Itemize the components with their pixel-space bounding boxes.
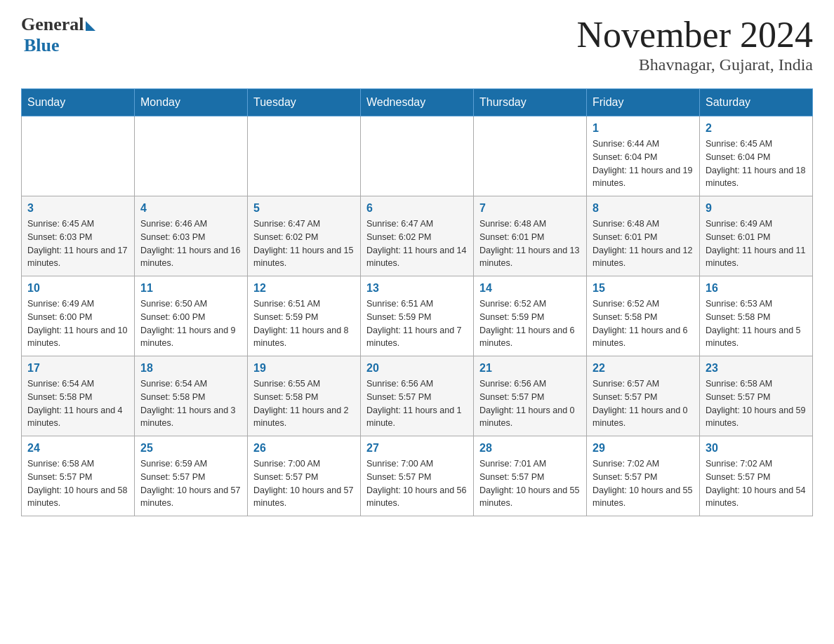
day-info: Sunrise: 6:50 AMSunset: 6:00 PMDaylight:…	[140, 297, 241, 350]
day-number: 13	[366, 282, 468, 295]
day-of-week-header: Thursday	[474, 89, 587, 116]
day-number: 18	[140, 362, 241, 375]
day-info: Sunrise: 6:56 AMSunset: 5:57 PMDaylight:…	[366, 377, 468, 430]
day-number: 4	[140, 202, 241, 215]
logo-general-text: General	[21, 14, 84, 35]
day-number: 11	[140, 282, 241, 295]
day-info: Sunrise: 6:58 AMSunset: 5:57 PMDaylight:…	[706, 377, 807, 430]
day-number: 2	[706, 122, 807, 135]
calendar-table: SundayMondayTuesdayWednesdayThursdayFrid…	[21, 88, 813, 516]
day-info: Sunrise: 6:53 AMSunset: 5:58 PMDaylight:…	[706, 297, 807, 350]
day-info: Sunrise: 6:58 AMSunset: 5:57 PMDaylight:…	[27, 457, 128, 510]
calendar-day-cell: 28Sunrise: 7:01 AMSunset: 5:57 PMDayligh…	[474, 436, 587, 516]
calendar-day-cell: 2Sunrise: 6:45 AMSunset: 6:04 PMDaylight…	[700, 116, 813, 196]
calendar-day-cell: 24Sunrise: 6:58 AMSunset: 5:57 PMDayligh…	[22, 436, 135, 516]
day-info: Sunrise: 6:45 AMSunset: 6:04 PMDaylight:…	[706, 137, 807, 190]
calendar-week-row: 17Sunrise: 6:54 AMSunset: 5:58 PMDayligh…	[22, 356, 813, 436]
calendar-day-cell: 19Sunrise: 6:55 AMSunset: 5:58 PMDayligh…	[248, 356, 361, 436]
calendar-day-cell: 27Sunrise: 7:00 AMSunset: 5:57 PMDayligh…	[361, 436, 474, 516]
day-number: 23	[706, 362, 807, 375]
day-info: Sunrise: 6:47 AMSunset: 6:02 PMDaylight:…	[366, 217, 468, 270]
day-info: Sunrise: 6:51 AMSunset: 5:59 PMDaylight:…	[366, 297, 468, 350]
day-info: Sunrise: 7:01 AMSunset: 5:57 PMDaylight:…	[479, 457, 581, 510]
calendar-day-cell: 4Sunrise: 6:46 AMSunset: 6:03 PMDaylight…	[135, 196, 248, 276]
day-of-week-header: Monday	[135, 89, 248, 116]
day-info: Sunrise: 7:02 AMSunset: 5:57 PMDaylight:…	[593, 457, 694, 510]
day-of-week-header: Wednesday	[361, 89, 474, 116]
calendar-day-cell: 9Sunrise: 6:49 AMSunset: 6:01 PMDaylight…	[700, 196, 813, 276]
calendar-day-cell: 11Sunrise: 6:50 AMSunset: 6:00 PMDayligh…	[135, 276, 248, 356]
day-number: 24	[27, 442, 128, 455]
calendar-day-cell: 14Sunrise: 6:52 AMSunset: 5:59 PMDayligh…	[474, 276, 587, 356]
day-number: 30	[706, 442, 807, 455]
day-number: 27	[366, 442, 468, 455]
calendar-day-cell: 10Sunrise: 6:49 AMSunset: 6:00 PMDayligh…	[22, 276, 135, 356]
calendar-day-cell: 7Sunrise: 6:48 AMSunset: 6:01 PMDaylight…	[474, 196, 587, 276]
day-number: 29	[593, 442, 694, 455]
day-number: 21	[479, 362, 581, 375]
day-info: Sunrise: 6:47 AMSunset: 6:02 PMDaylight:…	[253, 217, 355, 270]
day-number: 17	[27, 362, 128, 375]
calendar-day-cell: 3Sunrise: 6:45 AMSunset: 6:03 PMDaylight…	[22, 196, 135, 276]
day-of-week-header: Friday	[587, 89, 700, 116]
calendar-day-cell: 6Sunrise: 6:47 AMSunset: 6:02 PMDaylight…	[361, 196, 474, 276]
calendar-day-cell: 12Sunrise: 6:51 AMSunset: 5:59 PMDayligh…	[248, 276, 361, 356]
day-number: 19	[253, 362, 355, 375]
day-number: 3	[27, 202, 128, 215]
day-info: Sunrise: 6:52 AMSunset: 5:58 PMDaylight:…	[593, 297, 694, 350]
calendar-day-cell: 29Sunrise: 7:02 AMSunset: 5:57 PMDayligh…	[587, 436, 700, 516]
calendar-day-cell: 25Sunrise: 6:59 AMSunset: 5:57 PMDayligh…	[135, 436, 248, 516]
day-of-week-header: Saturday	[700, 89, 813, 116]
day-number: 14	[479, 282, 581, 295]
day-number: 6	[366, 202, 468, 215]
day-number: 7	[479, 202, 581, 215]
calendar-day-cell: 17Sunrise: 6:54 AMSunset: 5:58 PMDayligh…	[22, 356, 135, 436]
calendar-day-cell: 1Sunrise: 6:44 AMSunset: 6:04 PMDaylight…	[587, 116, 700, 196]
day-number: 10	[27, 282, 128, 295]
day-info: Sunrise: 6:54 AMSunset: 5:58 PMDaylight:…	[27, 377, 128, 430]
calendar-day-cell: 26Sunrise: 7:00 AMSunset: 5:57 PMDayligh…	[248, 436, 361, 516]
day-info: Sunrise: 6:46 AMSunset: 6:03 PMDaylight:…	[140, 217, 241, 270]
day-number: 16	[706, 282, 807, 295]
calendar-day-cell: 23Sunrise: 6:58 AMSunset: 5:57 PMDayligh…	[700, 356, 813, 436]
day-info: Sunrise: 6:59 AMSunset: 5:57 PMDaylight:…	[140, 457, 241, 510]
day-info: Sunrise: 6:48 AMSunset: 6:01 PMDaylight:…	[479, 217, 581, 270]
day-info: Sunrise: 6:49 AMSunset: 6:00 PMDaylight:…	[27, 297, 128, 350]
day-number: 22	[593, 362, 694, 375]
calendar-day-cell: 16Sunrise: 6:53 AMSunset: 5:58 PMDayligh…	[700, 276, 813, 356]
calendar-day-cell	[248, 116, 361, 196]
day-info: Sunrise: 6:52 AMSunset: 5:59 PMDaylight:…	[479, 297, 581, 350]
calendar-day-cell: 22Sunrise: 6:57 AMSunset: 5:57 PMDayligh…	[587, 356, 700, 436]
day-number: 20	[366, 362, 468, 375]
day-info: Sunrise: 6:55 AMSunset: 5:58 PMDaylight:…	[253, 377, 355, 430]
day-info: Sunrise: 6:44 AMSunset: 6:04 PMDaylight:…	[593, 137, 694, 190]
day-info: Sunrise: 7:00 AMSunset: 5:57 PMDaylight:…	[253, 457, 355, 510]
day-info: Sunrise: 6:51 AMSunset: 5:59 PMDaylight:…	[253, 297, 355, 350]
calendar-week-row: 10Sunrise: 6:49 AMSunset: 6:00 PMDayligh…	[22, 276, 813, 356]
calendar-day-cell: 8Sunrise: 6:48 AMSunset: 6:01 PMDaylight…	[587, 196, 700, 276]
page-header: General Blue November 2024 Bhavnagar, Gu…	[21, 14, 813, 74]
day-number: 9	[706, 202, 807, 215]
day-number: 12	[253, 282, 355, 295]
location-title: Bhavnagar, Gujarat, India	[577, 55, 813, 74]
day-info: Sunrise: 6:45 AMSunset: 6:03 PMDaylight:…	[27, 217, 128, 270]
calendar-day-cell: 30Sunrise: 7:02 AMSunset: 5:57 PMDayligh…	[700, 436, 813, 516]
day-of-week-header: Sunday	[22, 89, 135, 116]
logo: General Blue	[21, 14, 95, 56]
calendar-day-cell	[22, 116, 135, 196]
day-of-week-header: Tuesday	[248, 89, 361, 116]
calendar-day-cell: 15Sunrise: 6:52 AMSunset: 5:58 PMDayligh…	[587, 276, 700, 356]
calendar-day-cell: 13Sunrise: 6:51 AMSunset: 5:59 PMDayligh…	[361, 276, 474, 356]
calendar-day-cell	[361, 116, 474, 196]
calendar-header-row: SundayMondayTuesdayWednesdayThursdayFrid…	[22, 89, 813, 116]
day-number: 26	[253, 442, 355, 455]
calendar-week-row: 1Sunrise: 6:44 AMSunset: 6:04 PMDaylight…	[22, 116, 813, 196]
logo-arrow-icon	[86, 21, 95, 31]
calendar-week-row: 3Sunrise: 6:45 AMSunset: 6:03 PMDaylight…	[22, 196, 813, 276]
day-number: 1	[593, 122, 694, 135]
calendar-day-cell: 18Sunrise: 6:54 AMSunset: 5:58 PMDayligh…	[135, 356, 248, 436]
calendar-week-row: 24Sunrise: 6:58 AMSunset: 5:57 PMDayligh…	[22, 436, 813, 516]
day-info: Sunrise: 6:49 AMSunset: 6:01 PMDaylight:…	[706, 217, 807, 270]
month-title: November 2024	[577, 14, 813, 55]
day-info: Sunrise: 7:02 AMSunset: 5:57 PMDaylight:…	[706, 457, 807, 510]
